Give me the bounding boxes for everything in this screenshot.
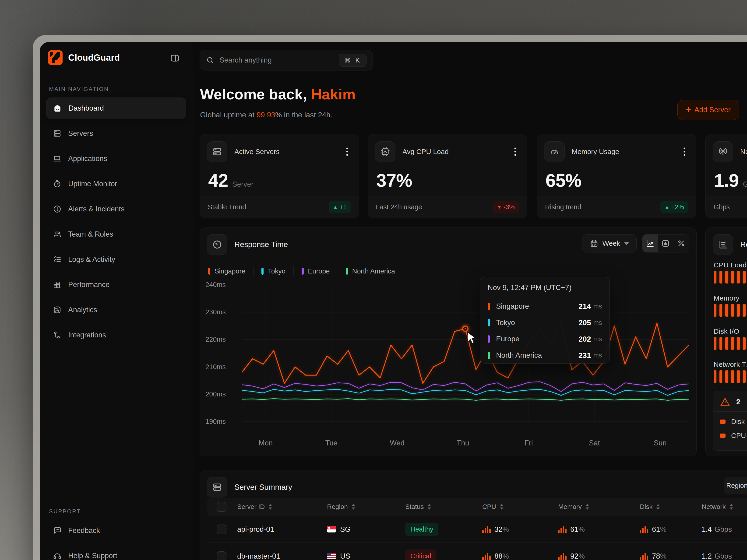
sidebar-item-servers[interactable]: Servers: [46, 123, 186, 144]
sort-icon: [268, 503, 273, 510]
home-icon: [53, 104, 62, 113]
sidebar-item-label: Logs & Activity: [68, 255, 115, 264]
status-badge: Critical: [405, 550, 436, 560]
x-tick-label: Fri: [510, 439, 547, 447]
sidebar-item-feedback[interactable]: Feedback: [46, 520, 186, 541]
bar-chart-toggle[interactable]: [658, 235, 673, 252]
table-row[interactable]: db-master-01 US Critical 88% 92% 78% 1.2…: [207, 543, 747, 560]
stopwatch-icon: [53, 180, 61, 188]
percent-icon: [676, 239, 686, 248]
welcome-block: Welcome back, Hakim Global uptime at 99.…: [200, 86, 356, 119]
trend-badge: ▲+1: [329, 201, 351, 213]
card-unit: Server: [232, 180, 254, 189]
region-filter-button[interactable]: Region: [724, 477, 747, 494]
resources-panel: Res CPU Load Memory Disk I/O Network TX …: [705, 228, 747, 456]
row-checkbox[interactable]: [216, 516, 227, 543]
chart-title: Response Time: [234, 240, 288, 249]
card-title: Memory Usage: [572, 148, 619, 156]
column-header[interactable]: Server ID: [237, 498, 273, 516]
sort-icon: [499, 503, 504, 510]
line-chart-icon: [645, 239, 655, 248]
card-value: 1.9: [714, 170, 739, 191]
legend-item: Singapore: [208, 267, 246, 275]
sidebar-item-applications[interactable]: Applications: [46, 148, 186, 169]
range-select[interactable]: Week: [582, 234, 637, 252]
column-header[interactable]: Status: [405, 498, 432, 516]
select-all-checkbox[interactable]: [216, 498, 227, 516]
headset-icon: [53, 551, 61, 560]
column-header[interactable]: Region: [327, 498, 356, 516]
server-rack-icon: [207, 477, 227, 498]
cpu-icon: [375, 141, 395, 162]
stat-card-network: Net 1.9Gbp Gbps: [705, 134, 747, 218]
y-tick-label: 230ms: [205, 308, 240, 316]
chart-tooltip: Nov 9, 12:47 PM (UTC+7) Singapore214ms T…: [480, 277, 610, 364]
server-id: db-master-01: [237, 543, 280, 560]
status-badge: Healthy: [405, 523, 438, 536]
kebab-menu-icon[interactable]: [680, 146, 689, 157]
x-tick-label: Thu: [444, 439, 482, 447]
sidebar-item-label: Feedback: [68, 526, 100, 535]
row-checkbox[interactable]: [216, 543, 227, 560]
cpu-load-gauge: [714, 271, 747, 284]
column-header[interactable]: CPU: [482, 498, 504, 516]
search-input[interactable]: Search anything ⌘ K: [200, 50, 373, 71]
sidebar: CloudGuard MAIN NAVIGATION Dashboard Ser…: [40, 42, 193, 560]
sidebar-item-help-support[interactable]: Help & Support: [46, 545, 186, 560]
disk-cell: 78%: [640, 543, 667, 560]
legend-color: [346, 268, 348, 275]
checklist-icon: [53, 255, 61, 264]
tooltip-row: Singapore214ms: [480, 299, 610, 314]
percent-toggle[interactable]: [673, 235, 689, 252]
resource-label: Memory: [714, 294, 740, 302]
column-header[interactable]: Disk: [640, 498, 661, 516]
sidebar-item-logs-activity[interactable]: Logs & Activity: [46, 249, 186, 270]
status-cell: Healthy: [405, 516, 438, 543]
sidebar-item-team-roles[interactable]: Team & Roles: [46, 223, 186, 245]
uptime-value: 99.93: [257, 111, 275, 119]
search-icon: [206, 56, 214, 64]
sidebar-collapse-icon[interactable]: [170, 53, 180, 63]
sidebar-item-label: Performance: [68, 281, 109, 289]
mouse-cursor: [466, 331, 479, 345]
sidebar-item-alerts-incidents[interactable]: Alerts & Incidents: [46, 198, 186, 220]
table-title: Server Summary: [234, 483, 292, 491]
sidebar-item-integrations[interactable]: Integrations: [46, 324, 186, 346]
network-cell: 1.4Gbps: [702, 516, 732, 543]
column-header[interactable]: Memory: [558, 498, 590, 516]
resource-label: CPU Load: [714, 261, 747, 269]
sort-icon: [729, 503, 734, 510]
sidebar-item-analytics[interactable]: Analytics: [46, 299, 186, 321]
sidebar-item-performance[interactable]: Performance: [46, 274, 186, 295]
feedback-bubble-icon: [53, 526, 61, 535]
card-title: Net: [740, 148, 747, 156]
nodes-icon: [53, 331, 61, 340]
resources-title: Res: [740, 240, 747, 249]
alert-item[interactable]: Disk I/: [713, 418, 747, 426]
laptop-icon: [53, 154, 61, 163]
alert-item[interactable]: CPU f: [713, 432, 747, 439]
add-server-button[interactable]: + Add Server: [677, 100, 739, 120]
server-summary-panel: Server Summary Region Sta Server ID Regi…: [200, 470, 747, 560]
y-tick-label: 240ms: [205, 281, 240, 289]
column-header[interactable]: Network: [702, 498, 734, 516]
kebab-menu-icon[interactable]: [511, 146, 520, 157]
podium-chart-icon: [53, 280, 61, 289]
tooltip-row: Tokyo205ms: [480, 316, 610, 330]
cpu-cell: 32%: [482, 516, 509, 543]
table-row[interactable]: api-prod-01 SG Healthy 32% 61% 61% 1.4Gb…: [207, 516, 747, 543]
sidebar-item-dashboard[interactable]: Dashboard: [46, 98, 186, 119]
resource-label: Network TX: [714, 361, 747, 368]
card-value: 65%: [545, 170, 581, 191]
alert-circle-icon: [53, 205, 61, 213]
y-tick-label: 190ms: [205, 418, 240, 425]
response-time-chart[interactable]: [242, 280, 689, 430]
sidebar-item-label: Integrations: [68, 331, 106, 339]
sidebar-item-label: Analytics: [68, 306, 97, 314]
line-chart-toggle[interactable]: [642, 235, 658, 252]
x-tick-label: Sat: [576, 439, 613, 447]
sidebar-item-uptime-monitor[interactable]: Uptime Monitor: [46, 173, 186, 195]
sort-icon: [351, 503, 356, 510]
kebab-menu-icon[interactable]: [342, 146, 352, 157]
range-label: Week: [602, 239, 620, 247]
